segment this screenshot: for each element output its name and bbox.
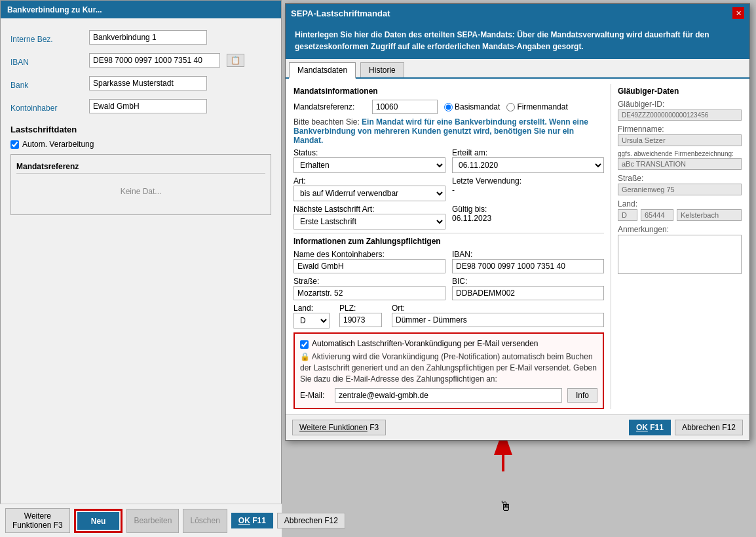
- status-erteilt-row: Status: Erhalten Erteilt am: 06.11.2020: [293, 148, 604, 173]
- dialog-titlebar: SEPA-Lastschriftmandat ✕: [286, 4, 749, 22]
- plz-input[interactable]: [339, 313, 382, 327]
- plz-label: PLZ:: [339, 304, 385, 313]
- status-select[interactable]: Erhalten: [293, 157, 445, 173]
- interne-bez-label: Interne Bez.: [10, 35, 83, 44]
- dialog-close-btn[interactable]: ✕: [732, 7, 744, 19]
- naechste-label: Nächste Lastschrift Art:: [293, 205, 445, 214]
- anmerkungen-box[interactable]: [618, 235, 742, 274]
- dialog-info-box: Hinterlegen Sie hier die Daten des ertei…: [286, 22, 749, 59]
- strasse-input[interactable]: [293, 286, 445, 300]
- glaeubiger-strasse-label: Straße:: [618, 174, 742, 183]
- strasse-bic-row: Straße: BIC:: [293, 277, 604, 300]
- glaeubiger-id-label: Gläubiger-ID:: [618, 100, 742, 109]
- sepa-dialog: SEPA-Lastschriftmandat ✕ Hinterlegen Sie…: [285, 3, 750, 441]
- kontoinhaber-input[interactable]: [89, 99, 207, 113]
- letzte-verwendung-block: Letzte Verwendung: -: [452, 176, 604, 195]
- background-window: Bankverbindung zu Kur... Interne Bez. IB…: [0, 0, 282, 537]
- z-iban-input[interactable]: [452, 259, 604, 273]
- neu-btn[interactable]: Neu: [77, 512, 120, 530]
- bg-content: Interne Bez. IBAN 📋 Bank Kontoinhaber La…: [1, 18, 281, 225]
- mandat-type-group: Basismandat Firmenmandat: [444, 102, 568, 111]
- mandatsinformationen-title: Mandatsinformationen: [293, 87, 604, 96]
- iban-copy-btn[interactable]: 📋: [227, 54, 244, 67]
- dialog-body: Mandatsinformationen Mandatsreferenz: Ba…: [286, 79, 749, 414]
- bg-weitere-funktionen-btn[interactable]: Weitere Funktionen F3: [5, 508, 70, 533]
- mandatsreferenz-row: Mandatsreferenz: Basismandat Firmenmanda…: [293, 100, 604, 114]
- loeschen-btn[interactable]: Löschen: [183, 509, 227, 533]
- name-label: Name des Kontoinhabers:: [293, 250, 445, 259]
- email-row: E-Mail: Info: [300, 388, 597, 403]
- status-label: Status:: [293, 148, 445, 157]
- bg-abbrechen-btn[interactable]: Abbrechen F12: [277, 513, 345, 528]
- strasse-block: Straße:: [293, 277, 445, 300]
- ok-btn[interactable]: OK F11: [629, 420, 671, 435]
- cursor-icon: 🖱: [499, 499, 512, 514]
- info-btn[interactable]: Info: [567, 388, 597, 403]
- bic-input[interactable]: [452, 286, 604, 300]
- dialog-title: SEPA-Lastschriftmandat: [291, 9, 390, 18]
- letzte-verwendung-value: -: [452, 186, 455, 195]
- naechste-block: Nächste Lastschrift Art: Erste Lastschri…: [293, 205, 445, 229]
- glaeubiger-land-label: Land:: [618, 199, 742, 209]
- firmenmandat-radio[interactable]: [506, 103, 515, 111]
- glaeubiger-land-plz-ort: D 65444 Kelsterbach: [618, 209, 742, 221]
- bank-input[interactable]: [89, 76, 207, 90]
- mandatsreferenz-input[interactable]: [372, 100, 438, 114]
- email-input[interactable]: [335, 388, 562, 403]
- basismandat-radio[interactable]: [444, 103, 453, 111]
- glaeubiger-firmenname-value: Ursula Setzer: [618, 134, 742, 146]
- mandatsreferenz-header: Mandatsreferenz: [16, 160, 265, 174]
- land-plz-ort-row: Land: D PLZ: Ort:: [293, 304, 604, 328]
- glaeubiger-abw-value: aBc TRANSLATION: [618, 158, 742, 170]
- bg-ok-cancel-buttons: OK F11 Abbrechen F12: [231, 513, 345, 528]
- glaeubiger-plz-value: 65444: [641, 209, 673, 221]
- notification-checkbox[interactable]: [300, 340, 309, 349]
- mandatsreferenz-label: Mandatsreferenz:: [293, 102, 366, 111]
- gueltig-block: Gültig bis: 06.11.2023: [452, 205, 604, 223]
- tab-mandatsdaten[interactable]: Mandatsdaten: [289, 62, 356, 79]
- autom-verarbeitung-label: Autom. Verarbeitung: [22, 140, 94, 149]
- dialog-footer: Weitere Funktionen F3 OK F11 Abbrechen F…: [286, 414, 749, 440]
- dialog-tabs: Mandatsdaten Historie: [286, 59, 749, 79]
- left-col: Mandatsinformationen Mandatsreferenz: Ba…: [293, 84, 604, 409]
- land-label: Land:: [293, 304, 333, 313]
- bic-block: BIC:: [452, 277, 604, 300]
- letzte-verwendung-label: Letzte Verwendung:: [452, 176, 604, 186]
- weitere-funktionen-btn[interactable]: Weitere Funktionen F3: [292, 420, 386, 435]
- abbrechen-btn[interactable]: Abbrechen F12: [675, 420, 743, 435]
- ort-input[interactable]: [392, 313, 604, 327]
- mandat-note: Bitte beachten Sie: Ein Mandat wird für …: [293, 117, 604, 145]
- iban-input[interactable]: [89, 53, 220, 68]
- notification-description: 🔒 Aktivierung wird die Vorankündigung (P…: [300, 351, 597, 384]
- name-input[interactable]: [293, 259, 445, 273]
- notification-label: Automatisch Lastschriften-Vorankündigung…: [312, 339, 539, 348]
- gueltig-value: 06.11.2023: [452, 214, 491, 223]
- tab-historie[interactable]: Historie: [360, 62, 404, 77]
- kontoinhaber-label: Kontoinhaber: [10, 104, 83, 113]
- bg-ok-btn[interactable]: OK F11: [231, 513, 273, 528]
- land-select[interactable]: D: [293, 313, 330, 328]
- interne-bez-input[interactable]: [89, 30, 207, 45]
- status-block: Status: Erhalten: [293, 148, 445, 173]
- erteilt-select[interactable]: 06.11.2020: [452, 157, 604, 173]
- bg-bottom-bar: Weitere Funktionen F3 Neu Bearbeiten Lös…: [0, 504, 282, 537]
- notification-checkbox-row: Automatisch Lastschriften-Vorankündigung…: [300, 339, 597, 349]
- dialog-two-col: Mandatsinformationen Mandatsreferenz: Ba…: [293, 84, 742, 409]
- art-label: Art:: [293, 176, 445, 186]
- art-block: Art: bis auf Widerruf verwendbar: [293, 176, 445, 201]
- iban-label: IBAN: [10, 58, 83, 67]
- name-iban-row: Name des Kontoinhabers: IBAN:: [293, 250, 604, 273]
- bearbeiten-btn[interactable]: Bearbeiten: [126, 509, 179, 533]
- basismandat-label[interactable]: Basismandat: [444, 102, 500, 111]
- naechste-select[interactable]: Erste Lastschrift: [293, 214, 445, 229]
- art-select[interactable]: bis auf Widerruf verwendbar: [293, 186, 445, 201]
- erteilt-block: Erteilt am: 06.11.2020: [452, 148, 604, 173]
- anmerkungen-label: Anmerkungen:: [618, 225, 742, 234]
- glaeubiger-ort-value: Kelsterbach: [677, 209, 742, 221]
- bank-label: Bank: [10, 81, 83, 90]
- z-iban-block: IBAN:: [452, 250, 604, 273]
- ort-label: Ort:: [392, 304, 604, 313]
- firmenmandat-label[interactable]: Firmenmandat: [506, 102, 567, 111]
- land-block: Land: D: [293, 304, 333, 328]
- autom-verarbeitung-checkbox[interactable]: [10, 140, 19, 149]
